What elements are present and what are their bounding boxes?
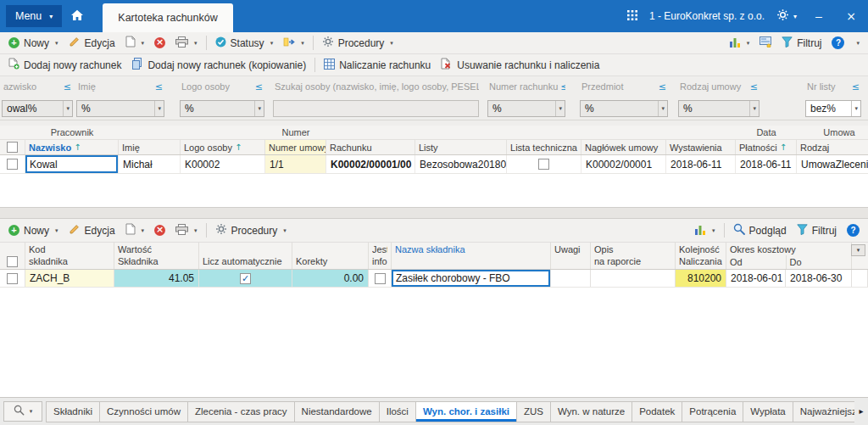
home-button[interactable] (62, 5, 92, 27)
tab-search-button[interactable]: ▾ (3, 401, 42, 422)
filter-rodzaj-umowy-combo[interactable]: % ▾ (678, 100, 760, 117)
header-wartosc-skladnika[interactable]: Wartość Składnika (114, 243, 199, 269)
tab-skladniki[interactable]: Składniki (46, 401, 100, 422)
cell-wartosc[interactable]: 41.05 (114, 270, 199, 287)
help-button[interactable]: ? (842, 222, 865, 238)
filter-nr-listy-combo[interactable]: bez% ▾ (805, 100, 861, 117)
menu-button[interactable]: Menu ▾ (6, 5, 62, 27)
table-row[interactable]: Kowal Michał K00002 1/1 K00002/00001/00 … (0, 155, 868, 174)
lista-techniczna-checkbox[interactable] (538, 159, 549, 170)
column-options-button[interactable]: ▾ (851, 244, 865, 256)
tab-wyplata[interactable]: Wypłata (743, 401, 793, 422)
tab-niestandardowe[interactable]: Niestandardowe (294, 401, 380, 422)
less-equal-icon[interactable]: ≤ (748, 81, 758, 92)
filter-nazwisko-combo[interactable]: owal% ▾ (2, 100, 73, 117)
filter-button[interactable]: Filtruj (792, 222, 842, 239)
tab-zlecenia-czas-pracy[interactable]: Zlecenia - czas pracy (187, 401, 295, 422)
help-button[interactable]: ? (826, 35, 849, 51)
filter-logo-combo[interactable]: % ▾ (180, 100, 264, 117)
delete-button[interactable]: × (149, 223, 170, 238)
cell-kod[interactable]: ZACH_B (25, 270, 114, 287)
minimize-button[interactable]: – (809, 9, 829, 23)
header-platnosci[interactable]: Płatności ↑ (736, 140, 797, 154)
header-korekty[interactable]: Korekty (292, 243, 369, 269)
jest-info-checkbox[interactable] (375, 273, 386, 284)
settings-button[interactable]: ▾ (776, 8, 797, 24)
cell-nazwisko[interactable]: Kowal (25, 155, 119, 173)
less-equal-icon[interactable]: ≤ (849, 81, 860, 92)
cell-listy[interactable]: Bezosobowa201806 (415, 155, 507, 173)
tab-wyn-w-naturze[interactable]: Wyn. w naturze (550, 401, 632, 422)
header-okres-kosztowy-group[interactable]: Okres kosztowy Od Do (726, 243, 852, 269)
search-person-input[interactable] (273, 100, 479, 117)
header-jest-info[interactable]: Jest info (369, 243, 392, 269)
tab-ilosci[interactable]: Ilości (379, 401, 416, 422)
cell-logo[interactable]: K00002 (181, 155, 265, 173)
calculate-invoice-button[interactable]: Naliczanie rachunku (319, 57, 436, 74)
less-equal-icon[interactable]: ≤ (61, 81, 71, 92)
print-button[interactable]: ▾ (170, 35, 203, 52)
header-nazwisko[interactable]: Nazwisko ↑ (25, 140, 119, 154)
delete-invoice-button[interactable]: Usuwanie rachunku i naliczenia (436, 56, 604, 74)
licz-automatycznie-checkbox[interactable] (240, 273, 251, 284)
cell-uwagi[interactable] (551, 270, 591, 287)
company-selector[interactable]: 1 - EuroKonkret sp. z o.o. (649, 10, 765, 22)
open-document-button[interactable]: ▾ (120, 221, 150, 239)
less-equal-icon[interactable]: ≤ (558, 81, 565, 92)
tab-podatek[interactable]: Podatek (632, 401, 682, 422)
header-naglowek-umowy[interactable]: Nagłówek umowy (581, 140, 666, 154)
statuses-button[interactable]: Statusy ▾ (210, 35, 279, 52)
select-all-checkbox[interactable] (7, 256, 18, 267)
header-logo-osoby[interactable]: Logo osoby ↑ (181, 140, 265, 154)
header-opis-na-raporcie[interactable]: Opis na raporcie (591, 243, 676, 269)
filter-imie-combo[interactable]: % ▾ (76, 100, 164, 117)
cell-okres-od[interactable]: 2018-06-01 (726, 270, 786, 287)
header-kolejnosc-naliczania[interactable]: Kolejność↑ Naliczania (676, 243, 726, 269)
new-button[interactable]: + Nowy ▾ (3, 36, 64, 51)
cell-platnosci[interactable]: 2018-06-11 (736, 155, 797, 173)
header-rachunku[interactable]: Rachunku (326, 140, 415, 154)
header-listy[interactable]: Listy (415, 140, 507, 154)
view-organizer-button[interactable] (754, 35, 776, 52)
filter-przedmiot-combo[interactable]: % ▾ (580, 100, 668, 117)
row-checkbox[interactable] (7, 159, 18, 170)
table-row[interactable]: ZACH_B 41.05 0.00 Zasiłek chorobowy - FB… (0, 270, 868, 288)
preview-button[interactable]: Podgląd (728, 221, 792, 239)
cell-numer-umowy[interactable]: 1/1 (265, 155, 326, 173)
filter-button[interactable]: Filtruj (776, 35, 826, 52)
toolbar-overflow-button[interactable]: ▾ (849, 38, 865, 48)
header-wystawienia[interactable]: Wystawienia (666, 140, 736, 154)
add-invoice-button[interactable]: Dodaj nowy rachunek (3, 56, 126, 74)
cell-okres-do[interactable]: 2018-06-30 (786, 270, 852, 287)
cell-kolejnosc[interactable]: 810200 (676, 270, 726, 287)
cell-imie[interactable]: Michał (119, 155, 181, 173)
less-equal-icon[interactable]: ≤ (656, 81, 666, 92)
filter-numer-rachunku-combo[interactable]: % ▾ (487, 100, 565, 117)
cell-wystawienia[interactable]: 2018-06-11 (666, 155, 736, 173)
header-imie[interactable]: Imię (119, 140, 181, 154)
header-kod-skladnika[interactable]: Kod składnika (25, 243, 114, 269)
header-licz-automatycznie[interactable]: Licz automatycznie (199, 243, 292, 269)
header-nazwa-skladnika[interactable]: Nazwa składnika (392, 243, 551, 269)
copy-invoice-button[interactable]: Dodaj nowy rachunek (kopiowanie) (126, 56, 311, 74)
header-rodzaj[interactable]: Rodzaj (797, 140, 868, 154)
less-equal-icon[interactable]: ≤ (153, 81, 163, 92)
print-button[interactable]: ▾ (170, 222, 203, 239)
header-uwagi[interactable]: Uwagi (551, 243, 591, 269)
close-button[interactable]: × (841, 9, 861, 23)
chart-button[interactable]: ▾ (724, 35, 755, 52)
cell-rachunku[interactable]: K00002/00001/00 (326, 155, 415, 173)
tab-zus[interactable]: ZUS (516, 401, 551, 422)
tab-potracenia[interactable]: Potrącenia (682, 401, 743, 422)
edit-button[interactable]: Edycja (64, 34, 120, 52)
chart-button[interactable]: ▾ (689, 222, 721, 239)
header-lista-techniczna[interactable]: Lista techniczna (507, 140, 581, 154)
cell-korekty[interactable]: 0.00 (292, 270, 369, 287)
workflow-button[interactable]: ▾ (278, 35, 309, 52)
header-numer-umowy[interactable]: Numer umowy (265, 140, 326, 154)
open-document-button[interactable]: ▾ (120, 34, 150, 52)
new-button[interactable]: + Nowy ▾ (3, 223, 64, 238)
delete-button[interactable]: × (149, 36, 170, 50)
active-window-tab[interactable]: Kartoteka rachunków (103, 3, 232, 32)
less-equal-icon[interactable]: ≤ (253, 81, 263, 92)
